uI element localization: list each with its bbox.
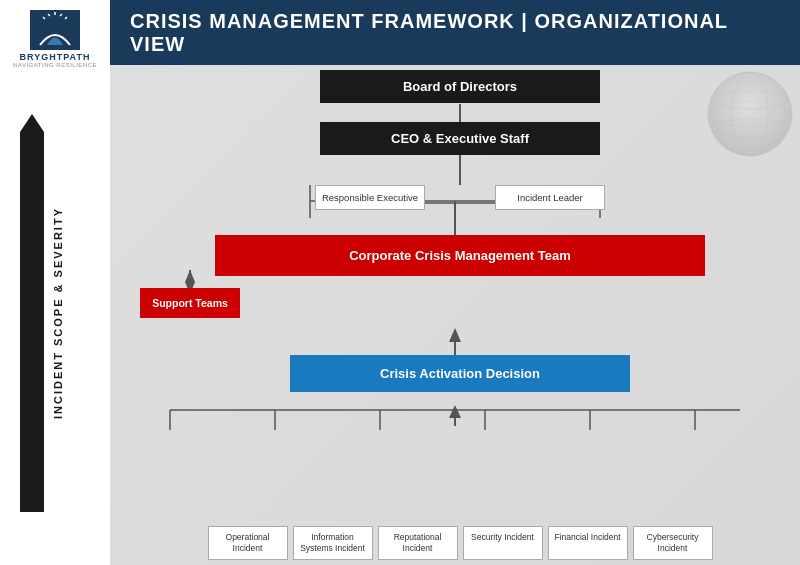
support-teams-box: Support Teams [140,288,240,318]
logo-area: BRYGHTPATH NAVIGATING RESILIENCE [0,0,110,78]
page-title: CRISIS MANAGEMENT FRAMEWORK | ORGANIZATI… [130,10,780,56]
incident-cybersecurity: Cybersecurity Incident [633,526,713,560]
ceo-label: CEO & Executive Staff [391,131,529,146]
crisis-activation-label: Crisis Activation Decision [380,366,540,381]
board-of-directors-box: Board of Directors [320,70,600,103]
incident-label-1: Information Systems Incident [300,532,365,553]
incidents-row: Operational Incident Information Systems… [125,526,795,560]
svg-marker-27 [449,405,461,418]
svg-marker-25 [449,328,461,342]
chart-layer: Board of Directors CEO & Executive Staff… [125,70,795,560]
board-label: Board of Directors [403,79,517,94]
incident-label-0: Operational Incident [226,532,270,553]
axis-arrow-container: INCIDENT SCOPE & SEVERITY [20,90,80,535]
incident-label-4: Financial Incident [554,532,620,542]
corporate-crisis-box: Corporate Crisis Management Team [215,235,705,276]
main-content: Board of Directors CEO & Executive Staff… [110,65,800,565]
logo-icon [30,10,80,50]
logo-tagline: NAVIGATING RESILIENCE [13,62,97,68]
corp-crisis-label: Corporate Crisis Management Team [349,248,571,263]
incident-label-5: Cybersecurity Incident [647,532,699,553]
ceo-box: CEO & Executive Staff [320,122,600,155]
axis-arrow [20,114,44,512]
arrow-up-icon [20,114,44,132]
incident-leader-box: Incident Leader [495,185,605,210]
svg-marker-21 [185,270,195,282]
incident-label-2: Reputational Incident [394,532,442,553]
crisis-activation-box: Crisis Activation Decision [290,355,630,392]
incident-info-systems: Information Systems Incident [293,526,373,560]
logo-brand: BRYGHTPATH [20,52,91,62]
resp-exec-label: Responsible Executive [322,192,418,203]
org-chart-wrapper: Board of Directors CEO & Executive Staff… [125,70,795,560]
sidebar: BRYGHTPATH NAVIGATING RESILIENCE INCIDEN… [0,0,110,565]
incident-leader-label: Incident Leader [517,192,583,203]
incident-label-3: Security Incident [471,532,534,542]
incident-security: Security Incident [463,526,543,560]
incident-operational: Operational Incident [208,526,288,560]
support-teams-label: Support Teams [152,297,228,309]
incident-financial: Financial Incident [548,526,628,560]
arrow-body [20,132,44,512]
header: CRISIS MANAGEMENT FRAMEWORK | ORGANIZATI… [110,0,800,65]
incident-reputational: Reputational Incident [378,526,458,560]
axis-label: INCIDENT SCOPE & SEVERITY [52,207,64,419]
responsible-executive-box: Responsible Executive [315,185,425,210]
